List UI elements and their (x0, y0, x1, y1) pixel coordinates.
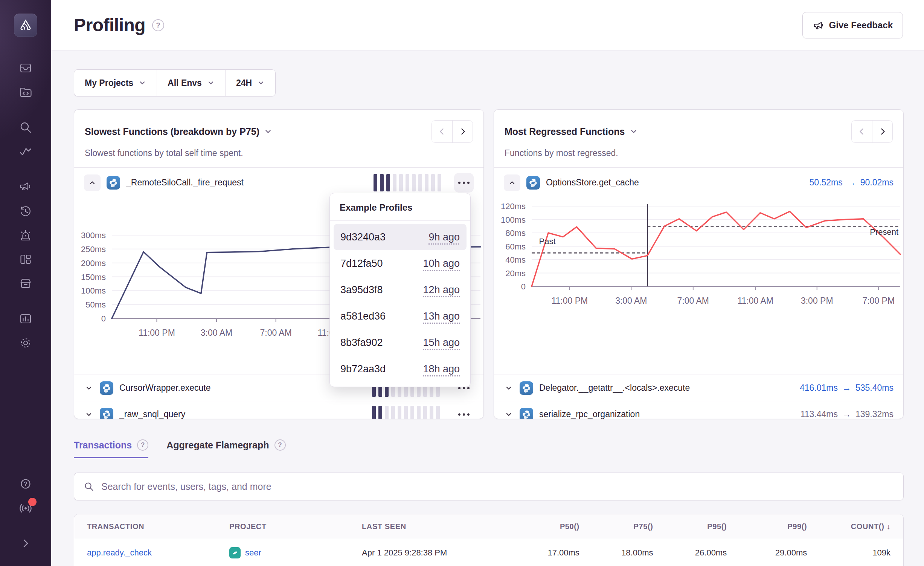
sidebar-item-explore[interactable] (18, 119, 34, 135)
page-help-icon[interactable]: ? (152, 19, 164, 31)
environment-filter-label: All Envs (168, 78, 202, 88)
function-name[interactable]: serialize_rpc_organization (539, 409, 640, 419)
sidebar-item-performance[interactable] (18, 144, 34, 159)
profile-list-item[interactable]: 3a95d3f8 12h ago (334, 277, 467, 303)
svg-text:11:00 AM: 11:00 AM (738, 296, 773, 306)
function-row: _raw_snql_query (74, 401, 483, 419)
profile-age-link[interactable]: 12h ago (423, 284, 460, 296)
column-transaction[interactable]: TRANSACTION (87, 522, 221, 531)
function-name[interactable]: _RemoteSiloCall._fire_request (126, 177, 244, 188)
sidebar-item-settings[interactable] (18, 335, 34, 351)
profile-id-link[interactable]: 8b3fa902 (340, 337, 383, 349)
sidebar-item-feedback[interactable] (18, 179, 34, 195)
replay-clock-icon (18, 203, 33, 219)
profile-list-item[interactable]: 8b3fa902 15h ago (334, 329, 467, 356)
sidebar-item-projects[interactable] (18, 84, 34, 100)
sidebar-item-alerts[interactable] (18, 227, 34, 243)
function-name[interactable]: Delegator.__getattr__.<locals>.execute (539, 383, 690, 393)
most-regressed-title[interactable]: Most Regressed Functions (505, 126, 625, 137)
chevron-down-icon[interactable] (630, 127, 638, 136)
sidebar-item-replays[interactable] (18, 203, 34, 219)
sentry-logo[interactable] (14, 14, 37, 37)
slowest-functions-header: Slowest Functions (breakdown by P75) (74, 110, 483, 167)
profile-id-link[interactable]: 9d3240a3 (340, 231, 386, 243)
profile-id-link[interactable]: 7d12fa50 (340, 258, 383, 269)
carousel-next-button[interactable] (452, 121, 473, 142)
project-filter-dropdown[interactable]: My Projects (74, 70, 157, 96)
regression-range[interactable]: 50.52ms → 90.02ms (810, 177, 894, 188)
regression-range[interactable]: 113.44ms → 139.32ms (800, 409, 894, 419)
before-value[interactable]: 416.01ms (800, 383, 838, 393)
column-project[interactable]: PROJECT (229, 522, 354, 531)
before-value[interactable]: 50.52ms (810, 177, 843, 188)
transaction-link[interactable]: app.ready._check (87, 548, 221, 558)
project-cell[interactable]: seer (229, 547, 354, 558)
profile-age-link[interactable]: 18h ago (423, 363, 460, 375)
column-count[interactable]: COUNT() ↓ (815, 522, 890, 531)
column-last-seen[interactable]: LAST SEEN (362, 522, 506, 531)
chevron-down-icon[interactable] (264, 127, 272, 136)
column-p95[interactable]: P95() (662, 522, 727, 531)
expand-row-button[interactable] (504, 411, 514, 418)
tab-aggregate-flamegraph[interactable]: Aggregate Flamegraph ? (166, 439, 285, 458)
profile-age-link[interactable]: 9h ago (428, 231, 460, 243)
overflow-menu-button[interactable] (454, 405, 474, 419)
projects-icon (18, 84, 33, 99)
sidebar-item-stats[interactable] (18, 311, 34, 327)
table-row[interactable]: app.ready._check seer Apr 1 2025 9:28:38… (74, 539, 903, 566)
search-bar[interactable] (74, 473, 904, 500)
tab-help-icon[interactable]: ? (137, 439, 148, 451)
sidebar-item-issues[interactable] (18, 60, 34, 76)
profile-id-link[interactable]: a581ed36 (340, 311, 386, 322)
profile-list-item[interactable]: 9d3240a3 9h ago (334, 224, 467, 250)
column-p75[interactable]: P75() (588, 522, 653, 531)
profile-age-link[interactable]: 13h ago (423, 311, 460, 322)
collapse-row-button[interactable] (504, 174, 520, 191)
profile-age-link[interactable]: 10h ago (423, 258, 460, 269)
seer-project-icon (229, 547, 241, 558)
sidebar-item-releases[interactable] (18, 275, 34, 291)
svg-text:60ms: 60ms (505, 242, 526, 251)
environment-filter-dropdown[interactable]: All Envs (157, 70, 226, 96)
after-value[interactable]: 90.02ms (860, 177, 894, 188)
sidebar-item-help[interactable]: ? (18, 476, 34, 492)
function-name[interactable]: OptionsStore.get_cache (546, 177, 639, 188)
before-value[interactable]: 113.44ms (800, 409, 838, 419)
function-name[interactable]: _raw_snql_query (119, 409, 185, 419)
carousel-prev-button[interactable] (432, 121, 452, 142)
p95-cell: 26.00ms (662, 548, 727, 558)
search-icon (18, 120, 33, 135)
after-value[interactable]: 139.32ms (855, 409, 894, 419)
sidebar-item-whats-new[interactable] (18, 500, 34, 516)
profile-id-link[interactable]: 9b72aa3d (340, 363, 386, 375)
profile-age-link[interactable]: 15h ago (423, 337, 460, 349)
tab-help-icon[interactable]: ? (274, 439, 286, 451)
overflow-menu-button[interactable] (454, 173, 474, 193)
carousel-next-button[interactable] (872, 121, 892, 142)
give-feedback-button[interactable]: Give Feedback (802, 12, 903, 38)
expand-row-button[interactable] (504, 384, 514, 392)
chevron-down-icon (139, 79, 146, 87)
profile-list-item[interactable]: 7d12fa50 10h ago (334, 250, 467, 277)
expand-row-button[interactable] (84, 384, 94, 392)
function-name[interactable]: CursorWrapper.execute (119, 383, 210, 393)
sidebar-item-dashboards[interactable] (18, 251, 34, 267)
profile-id-link[interactable]: 3a95d3f8 (340, 284, 383, 296)
page-title: Profiling (74, 15, 145, 35)
profile-list-item[interactable]: 9b72aa3d 18h ago (334, 356, 467, 382)
search-input[interactable] (101, 481, 894, 492)
slowest-functions-title[interactable]: Slowest Functions (breakdown by P75) (85, 126, 259, 137)
after-value[interactable]: 535.40ms (855, 383, 894, 393)
profile-list-item[interactable]: a581ed36 13h ago (334, 303, 467, 329)
regression-range[interactable]: 416.01ms → 535.40ms (800, 383, 894, 393)
expand-row-button[interactable] (84, 411, 94, 418)
carousel-prev-button[interactable] (852, 121, 872, 142)
sidebar-collapse-button[interactable] (18, 535, 34, 551)
transactions-table: TRANSACTION PROJECT LAST SEEN P50() P75(… (74, 514, 904, 566)
project-name[interactable]: seer (245, 548, 261, 558)
column-p50[interactable]: P50() (514, 522, 579, 531)
tab-transactions[interactable]: Transactions ? (74, 439, 148, 458)
time-range-dropdown[interactable]: 24H (226, 70, 275, 96)
collapse-row-button[interactable] (84, 174, 101, 191)
column-p99[interactable]: P99() (735, 522, 807, 531)
